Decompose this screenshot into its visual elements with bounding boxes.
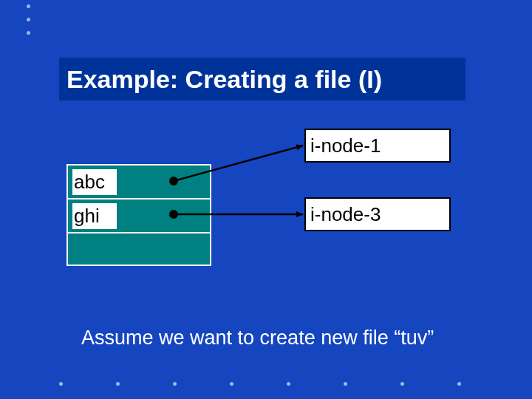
slide-caption: Assume we want to create new file “tuv” bbox=[81, 327, 434, 349]
directory-table: abc ghi bbox=[66, 164, 211, 266]
dir-entry-label: abc bbox=[72, 169, 117, 195]
decor-dots-horizontal bbox=[59, 382, 461, 386]
table-row: ghi bbox=[66, 198, 211, 232]
inode-box-1: i-node-1 bbox=[304, 129, 451, 163]
dir-entry-label: ghi bbox=[72, 203, 117, 229]
table-row: abc bbox=[66, 164, 211, 198]
slide: Example: Creating a file (I) i-node-1 i-… bbox=[0, 0, 532, 399]
inode-box-3: i-node-3 bbox=[304, 197, 451, 231]
decor-dots-vertical bbox=[27, 4, 30, 35]
table-row bbox=[66, 232, 211, 266]
slide-title: Example: Creating a file (I) bbox=[59, 58, 466, 100]
